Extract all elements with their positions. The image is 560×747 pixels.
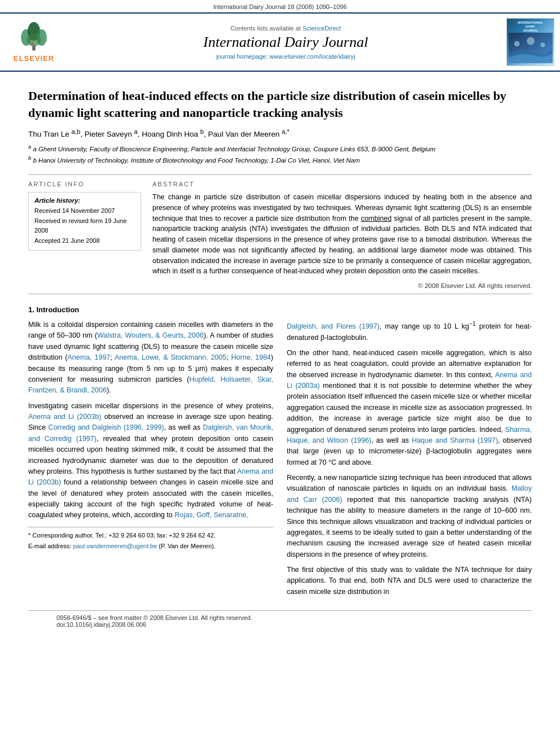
abstract-body: The change in particle size distribution… xyxy=(152,193,532,275)
homepage-link: journal homepage: www.elsevier.com/locat… xyxy=(68,53,504,60)
abstract-title: ABSTRACT xyxy=(152,181,532,187)
article-info-box: Article history: Received 14 November 20… xyxy=(28,192,141,251)
svg-point-8 xyxy=(527,37,535,45)
email-person: (P. Van der Meeren). xyxy=(157,543,216,549)
ref-anema-li-2003b-2[interactable]: Anema and Li (2003b) xyxy=(28,468,273,486)
body-col-left: Milk is a colloidal dispersion containin… xyxy=(28,320,273,602)
section-1-heading: 1. Introduction xyxy=(28,305,532,314)
received-date: Received 14 November 2007 xyxy=(34,206,135,216)
ref-anema-li-2003b-1[interactable]: Anema and Li (2003b) xyxy=(28,413,101,421)
issn-line: 0958-6946/$ – see front matter © 2008 El… xyxy=(56,614,504,621)
svg-point-9 xyxy=(540,43,545,47)
citation-text: International Dairy Journal 18 (2008) 10… xyxy=(213,3,347,10)
revised-date: Received in revised form 19 June 2008 xyxy=(34,216,135,236)
body-para-2: Investigating casein micellar dispersion… xyxy=(28,401,273,521)
history-title: Article history: xyxy=(34,197,135,204)
svg-point-7 xyxy=(514,41,519,47)
email-note: E-mail address: paul.vandermeeren@ugent.… xyxy=(28,541,273,551)
ref-anema-li-2003a[interactable]: Anema and Li (2003a) xyxy=(287,371,532,390)
divider-2 xyxy=(28,294,532,294)
ref-malloy[interactable]: Malloy and Carr (2006) xyxy=(287,484,532,503)
elsevier-label: ELSEVIER xyxy=(14,54,54,63)
article-info-title: ARTICLE INFO xyxy=(28,181,141,187)
doi-line: doi:10.1016/j.idairyj.2008.06.006 xyxy=(56,621,504,628)
ref-anema2005[interactable]: Anema, Lowe, & Stockmann, 2005 xyxy=(115,353,226,361)
journal-title-header: International Dairy Journal xyxy=(68,34,504,51)
ref-dalgleish-flores[interactable]: Dalgleish, and Flores (1997) xyxy=(287,322,379,330)
body-para-4: On the other hand, heat-induced casein m… xyxy=(287,348,532,468)
section-title-text: Introduction xyxy=(36,305,79,314)
body-two-col: Milk is a colloidal dispersion containin… xyxy=(28,320,532,602)
elsevier-logo-block: ELSEVIER xyxy=(6,20,68,65)
section-number-text: 1. xyxy=(28,305,34,314)
page-wrapper: International Dairy Journal 18 (2008) 10… xyxy=(0,0,560,747)
elsevier-tree-icon xyxy=(14,22,54,53)
homepage-url[interactable]: journal homepage: www.elsevier.com/locat… xyxy=(216,53,355,60)
email-label: E-mail address: xyxy=(28,543,73,549)
sciencedirect-link: Contents lists available at ScienceDirec… xyxy=(68,25,504,32)
corresponding-author-note: * Corresponding author. Tel.: +32 9 264 … xyxy=(28,531,273,540)
center-info: Contents lists available at ScienceDirec… xyxy=(68,25,504,60)
abstract-column: ABSTRACT The change in particle size dis… xyxy=(152,181,532,289)
citation-bar: International Dairy Journal 18 (2008) 10… xyxy=(0,0,560,12)
article-title: Determination of heat-induced effects on… xyxy=(28,88,532,121)
combined-highlighted: combined xyxy=(361,215,391,222)
authors-line: Thu Tran Le a,b, Pieter Saveyn a, Hoang … xyxy=(28,128,532,138)
ref-walstra[interactable]: Walstra, Wouters, & Geurts, 2006 xyxy=(97,331,204,339)
affiliation-b: b b Hanoi University of Technology, Inst… xyxy=(28,154,532,165)
authors-text: Thu Tran Le a,b, Pieter Saveyn a, Hoang … xyxy=(28,130,290,138)
body-para-5: Recently, a new nanoparticle sizing tech… xyxy=(287,473,532,560)
elsevier-logo-img: ELSEVIER xyxy=(6,20,62,65)
accepted-date: Accepted 21 June 2008 xyxy=(34,236,135,246)
body-content: 1. Introduction Milk is a colloidal disp… xyxy=(28,305,532,602)
side-logo: INTERNATIONALDAIRYJOURNAL xyxy=(504,18,554,66)
email-link[interactable]: paul.vandermeeren@ugent.be xyxy=(73,543,157,549)
sciencedirect-label: Contents lists available at xyxy=(230,25,301,32)
journal-cover-image: INTERNATIONALDAIRYJOURNAL xyxy=(506,18,554,66)
ref-anema1997[interactable]: Anema, 1997 xyxy=(68,353,111,361)
ref-hupfeld[interactable]: Hupfeld, Holsaeter, Skar, Frantzen, & Br… xyxy=(28,375,273,394)
ref-haque[interactable]: Haque and Sharma (1997) xyxy=(412,436,498,444)
sciencedirect-url[interactable]: ScienceDirect xyxy=(303,25,341,32)
affiliations: a a Ghent University, Faculty of Bioscie… xyxy=(28,143,532,165)
ref-horne1984[interactable]: Horne, 1984 xyxy=(231,353,271,361)
article-info-column: ARTICLE INFO Article history: Received 1… xyxy=(28,181,141,289)
main-content: Determination of heat-induced effects on… xyxy=(0,72,560,643)
info-abstract-section: ARTICLE INFO Article history: Received 1… xyxy=(28,181,532,289)
ref-rojas[interactable]: Rojas, Goff, Senaratne, xyxy=(174,511,248,519)
svg-point-4 xyxy=(27,34,41,46)
bottom-bar: 0958-6946/$ – see front matter © 2008 El… xyxy=(28,610,532,631)
body-para-3: Dalgleish, and Flores (1997), may range … xyxy=(287,320,532,343)
intl-journal-text: INTERNATIONALDAIRYJOURNAL xyxy=(518,21,543,33)
divider-1 xyxy=(28,174,532,175)
affiliation-a: a a Ghent University, Faculty of Bioscie… xyxy=(28,143,532,154)
svg-rect-5 xyxy=(31,42,33,45)
footer-note: * Corresponding author. Tel.: +32 9 264 … xyxy=(28,527,273,551)
body-para-1: Milk is a colloidal dispersion containin… xyxy=(28,320,273,396)
ref-corredig1996[interactable]: Corredig and Dalgleish (1996, 1999) xyxy=(49,423,164,431)
copyright-line: © 2008 Elsevier Ltd. All rights reserved… xyxy=(152,282,532,289)
journal-header: ELSEVIER Contents lists available at Sci… xyxy=(0,12,560,72)
body-para-6: The first objective of this study was to… xyxy=(287,565,532,597)
cover-graphic xyxy=(508,33,553,63)
abstract-text: The change in particle size distribution… xyxy=(152,192,532,277)
body-col-right: Dalgleish, and Flores (1997), may range … xyxy=(287,320,532,602)
